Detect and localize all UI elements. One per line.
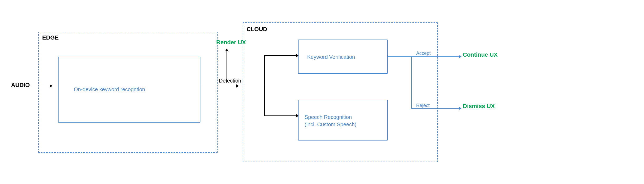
arrow-reject <box>438 108 461 109</box>
fork-vertical <box>264 56 265 116</box>
arrow-detection <box>200 86 239 86</box>
arrow-accept <box>438 56 461 57</box>
reject-label: Reject <box>416 103 430 108</box>
diagram-container: AUDIO EDGE On-device keyword recogntion … <box>0 0 644 184</box>
arrow-to-keyword-verification <box>264 55 299 56</box>
render-ux-label: Render UX <box>216 39 246 46</box>
continue-ux-label: Continue UX <box>463 51 498 58</box>
speech-recognition-label: Speech Recognition (incl. Custom Speech) <box>305 113 357 128</box>
horiz-to-fork <box>239 86 265 86</box>
cloud-label: CLOUD <box>247 26 267 33</box>
accept-label: Accept <box>416 51 431 56</box>
kw-right-line <box>388 56 411 57</box>
detection-label: Detection <box>219 78 241 84</box>
audio-label: AUDIO <box>11 82 30 89</box>
dismiss-ux-label: Dismiss UX <box>463 103 495 110</box>
accept-line <box>411 56 438 57</box>
ondevice-label: On-device keyword recogntion <box>74 86 145 93</box>
reject-line <box>411 108 438 109</box>
render-ux-arrow <box>227 49 227 83</box>
keyword-verification-label: Keyword Verification <box>307 54 355 60</box>
arrow-to-speech-recognition <box>264 115 299 116</box>
edge-label: EDGE <box>42 34 59 41</box>
right-fork-vertical <box>411 56 412 108</box>
